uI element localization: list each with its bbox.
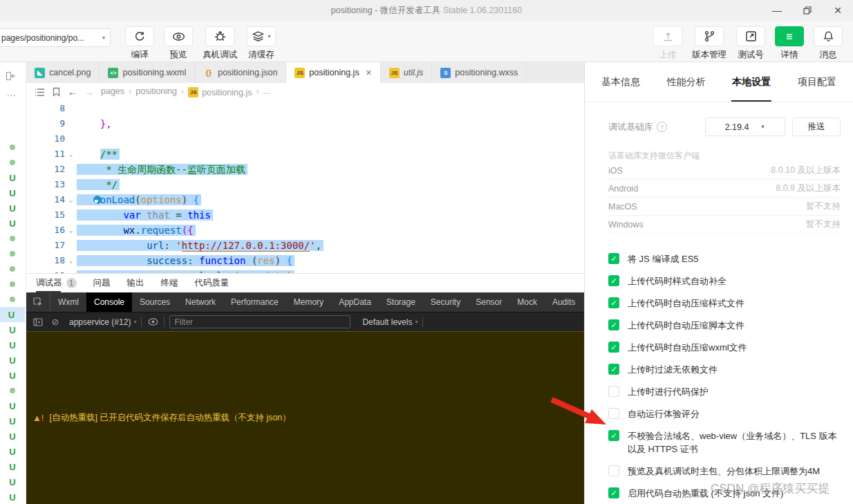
console-levels-select[interactable]: Default levels▾ <box>362 317 418 327</box>
git-modified-dot[interactable] <box>0 292 25 307</box>
more-icon[interactable]: ... <box>7 88 26 98</box>
editor-tab-positioning.js[interactable]: JSpositioning.js✕ <box>286 62 380 83</box>
close-tab-icon[interactable]: ✕ <box>366 68 372 77</box>
compile-target-select[interactable]: pages/positioning/po...▾ <box>0 28 111 47</box>
preview-button[interactable]: 预览 <box>164 26 193 61</box>
forward-arrow-icon[interactable]: → <box>84 86 94 97</box>
help-icon[interactable]: ? <box>657 122 667 132</box>
git-modified-dot[interactable] <box>0 261 25 277</box>
git-untracked-marker[interactable]: U <box>0 216 25 231</box>
git-untracked-marker[interactable]: U <box>0 489 25 504</box>
compile-button[interactable]: 编译 <box>125 26 154 61</box>
devtools-tab-Memory[interactable]: Memory <box>286 292 331 312</box>
git-modified-dot[interactable] <box>0 246 25 261</box>
devtools-tab-Audits[interactable]: Audits <box>545 292 583 312</box>
console-filter-input[interactable] <box>169 315 350 328</box>
checkbox-checked-icon[interactable]: ✓ <box>608 297 619 308</box>
git-modified-dot[interactable] <box>0 277 25 292</box>
upload-button[interactable]: 上传 <box>653 26 682 61</box>
git-untracked-marker[interactable]: U <box>0 459 25 474</box>
restore-icon[interactable] <box>792 0 823 21</box>
git-untracked-marker[interactable]: U <box>0 429 25 444</box>
git-untracked-marker[interactable]: U <box>0 413 25 429</box>
debugger-tab-问题[interactable]: 问题 <box>93 274 111 292</box>
debugger-tab-输出[interactable]: 输出 <box>127 274 144 292</box>
devtools-tab-Wxml[interactable]: Wxml <box>50 292 86 312</box>
fold-chevron-icon[interactable]: ⌄ <box>65 253 77 268</box>
back-arrow-icon[interactable]: ← <box>68 86 77 97</box>
checkbox-unchecked-icon[interactable] <box>608 408 619 419</box>
breadcrumb-item[interactable]: positioning <box>135 86 177 96</box>
devtools-tab-Network[interactable]: Network <box>178 292 223 312</box>
devtools-tab-AppData[interactable]: AppData <box>331 292 379 312</box>
panel-tab-性能分析[interactable]: 性能分析 <box>667 62 706 102</box>
git-untracked-marker[interactable]: U <box>0 368 25 383</box>
collapse-sidebar-icon[interactable] <box>6 71 26 84</box>
devtools-tab-Performance[interactable]: Performance <box>223 292 286 312</box>
editor-tab-positioning.json[interactable]: {}positioning.json <box>195 62 286 83</box>
codelens-run-icon[interactable] <box>93 196 102 204</box>
checkbox-checked-icon[interactable]: ✓ <box>608 364 619 375</box>
editor-tab-cancel.png[interactable]: ◣cancel.png <box>26 62 100 83</box>
version-control-button[interactable]: 版本管理 <box>692 26 727 61</box>
git-untracked-marker[interactable]: U <box>0 353 25 368</box>
devtools-tab-Sensor[interactable]: Sensor <box>468 292 509 312</box>
git-untracked-marker[interactable]: U <box>0 337 25 353</box>
push-button[interactable]: 推送 <box>792 118 841 136</box>
git-modified-dot[interactable] <box>0 155 25 170</box>
fold-chevron-icon[interactable]: ⌄ <box>65 147 77 162</box>
checkbox-checked-icon[interactable]: ✓ <box>608 275 619 286</box>
close-icon[interactable]: ✕ <box>823 0 853 21</box>
live-expression-eye-icon[interactable] <box>147 318 159 326</box>
devtools-tab-Security[interactable]: Security <box>423 292 468 312</box>
debugger-tab-终端[interactable]: 终端 <box>161 274 178 292</box>
checkbox-checked-icon[interactable]: ✓ <box>608 487 619 498</box>
clear-console-icon[interactable]: ⊘ <box>49 317 62 327</box>
git-modified-dot[interactable] <box>0 383 25 398</box>
editor-tab-positioning.wxss[interactable]: Spositioning.wxss <box>432 62 527 83</box>
breadcrumb-item[interactable]: pages <box>101 86 124 96</box>
bookmark-icon[interactable] <box>52 87 61 97</box>
code-editor[interactable]: 89 },1011⌄ /**12 * 生命周期函数--监听页面加载13 */14… <box>26 101 584 273</box>
library-version-select[interactable]: 2.19.4▼ <box>705 118 785 136</box>
panel-tab-项目配置[interactable]: 项目配置 <box>798 62 836 102</box>
checkbox-checked-icon[interactable]: ✓ <box>608 253 619 264</box>
git-untracked-marker[interactable]: U <box>0 322 25 337</box>
devtools-tab-Mock[interactable]: Mock <box>509 292 545 312</box>
console-context-select[interactable]: appservice (#12)▾ <box>69 317 136 327</box>
git-untracked-marker[interactable]: U <box>0 474 25 489</box>
checkbox-checked-icon[interactable]: ✓ <box>608 342 619 353</box>
git-untracked-marker[interactable]: U <box>0 200 25 216</box>
git-untracked-marker[interactable]: U <box>0 185 25 200</box>
panel-tab-基本信息[interactable]: 基本信息 <box>601 62 640 102</box>
git-modified-dot[interactable] <box>0 140 25 155</box>
fold-chevron-icon[interactable]: ⌄ <box>65 223 77 238</box>
editor-tab-positioning.wxml[interactable]: <>positioning.wxml <box>100 62 195 83</box>
fold-chevron-icon[interactable]: ⌄ <box>65 192 77 207</box>
git-untracked-marker[interactable]: U <box>0 170 25 185</box>
checkbox-checked-icon[interactable]: ✓ <box>608 319 619 330</box>
minimize-icon[interactable]: — <box>762 0 792 21</box>
remote-debug-button[interactable]: 真机调试 <box>203 26 237 61</box>
console-sidebar-icon[interactable] <box>32 318 44 326</box>
breadcrumb-item[interactable]: ... <box>263 86 270 96</box>
checkbox-unchecked-icon[interactable] <box>608 465 619 476</box>
git-untracked-marker[interactable]: U <box>0 398 25 413</box>
devtools-tab-Sources[interactable]: Sources <box>132 292 178 312</box>
editor-tab-util.js[interactable]: JSutil.js <box>381 62 432 83</box>
devtools-tab-Storage[interactable]: Storage <box>379 292 423 312</box>
debugger-tab-代码质量[interactable]: 代码质量 <box>195 274 229 292</box>
messages-button[interactable]: 消息 <box>814 26 843 61</box>
breadcrumb-item[interactable]: JSpositioning.js <box>188 87 252 97</box>
git-modified-dot[interactable] <box>0 231 25 246</box>
panel-tab-本地设置[interactable]: 本地设置 <box>732 62 771 102</box>
checkbox-unchecked-icon[interactable] <box>608 386 619 397</box>
debugger-tab-调试器[interactable]: 调试器1 <box>36 274 77 292</box>
git-untracked-marker[interactable]: U <box>0 307 25 322</box>
clear-cache-button[interactable]: ▾清缓存 <box>247 26 276 61</box>
checkbox-checked-icon[interactable]: ✓ <box>608 430 619 441</box>
devtools-tab-Console[interactable]: Console <box>86 292 132 312</box>
outline-list-icon[interactable] <box>35 88 45 97</box>
test-account-button[interactable]: 测试号 <box>736 26 765 61</box>
details-button[interactable]: 详情 <box>775 26 804 61</box>
